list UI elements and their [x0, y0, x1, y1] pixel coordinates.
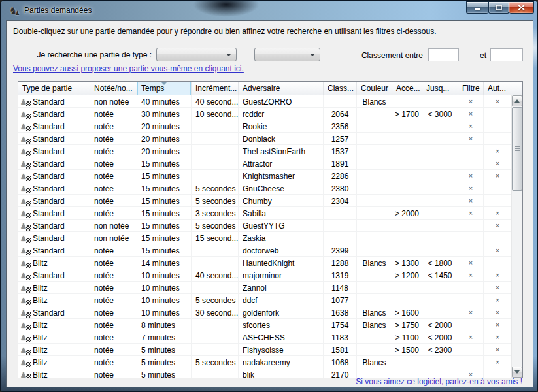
scroll-up-button[interactable]: [512, 95, 522, 106]
table-row[interactable]: ♟Standardnotée10 minutes40 second...majo…: [18, 269, 511, 282]
cell-1: notée: [90, 319, 137, 331]
game-type-label: Je recherche une partie de type :: [25, 50, 152, 59]
column-header-type-de-partie[interactable]: Type de partie: [18, 82, 90, 95]
cell-9: ×: [458, 120, 484, 132]
cell-7: > 1200: [392, 269, 422, 281]
cell-7: [392, 368, 422, 378]
cell-7: > 1500: [392, 344, 422, 355]
minimize-button[interactable]: [466, 1, 488, 14]
cell-4: TheLastSionEarth: [239, 145, 324, 157]
cell-0: ♟Standard: [18, 220, 90, 231]
cell-1: notée: [90, 145, 137, 157]
cell-4: Chumby: [239, 195, 324, 206]
column-header-jusq[interactable]: Jusq...: [422, 82, 458, 95]
cell-10: ×: [484, 269, 511, 281]
table-row[interactable]: ♟Blitznotée10 minutes5 secondesddcf1077×: [18, 294, 511, 306]
table-row[interactable]: ♟Standardnotée20 minutesTheLastSionEarth…: [18, 145, 511, 157]
table-row[interactable]: ♟Standardnotée15 minutes3 secondesSabill…: [18, 207, 511, 220]
table-row[interactable]: ♟Standardnotée10 minutes30 second...gold…: [18, 306, 511, 319]
column-header-couleur[interactable]: Couleur: [357, 82, 392, 95]
table-row[interactable]: ♟Standardnotée20 minutesRookie2356×: [18, 120, 511, 133]
chess-pawn-checkerboard-icon: ♟: [20, 271, 31, 280]
propose-game-link[interactable]: Vous pouvez aussi proposer une partie vo…: [13, 64, 244, 73]
table-row[interactable]: ♟Standardnon notée15 minutes15 second...…: [18, 232, 511, 244]
cell-1: notée: [90, 120, 137, 132]
table-row[interactable]: ♟Blitznotée5 minutesblik2170×: [18, 368, 511, 378]
column-header-aut[interactable]: Aut...: [484, 82, 511, 95]
cell-5: 2304: [324, 195, 357, 206]
cell-7: > 1750: [392, 319, 422, 331]
table-row[interactable]: ♟Standardnotée15 minutes5 secondesGnuChe…: [18, 182, 511, 195]
cell-3: [192, 319, 239, 331]
chess-pawn-checkerboard-icon: ♟: [20, 110, 31, 119]
cell-5: 1257: [324, 133, 357, 144]
cell-5: 2064: [324, 108, 357, 120]
table-row[interactable]: ♟Blitznotée10 minutesZannol1148×: [18, 282, 511, 294]
chess-pawn-checkerboard-icon: ♟: [20, 370, 31, 378]
table-header: Type de partieNotée/no...TempsIncrément.…: [18, 82, 522, 95]
dialog-client-area: Double-cliquez sur une partie demandée p…: [6, 20, 533, 387]
cell-2: 10 minutes: [137, 306, 192, 318]
table-row[interactable]: ♟Standardnotée20 minutesDonblack1257×: [18, 133, 511, 145]
rating-max-input[interactable]: [490, 48, 523, 61]
cell-10: ×: [484, 356, 511, 368]
scrollbar-thumb[interactable]: [512, 107, 522, 191]
column-header-class[interactable]: Class...: [324, 82, 357, 95]
scroll-down-button[interactable]: [512, 367, 522, 378]
column-header-not-e-no[interactable]: Notée/no...: [90, 82, 137, 95]
table-row[interactable]: ♟Blitznotée5 minutes5 secondesnadakareem…: [18, 356, 511, 368]
cell-1: notée: [90, 368, 137, 378]
table-row[interactable]: ♟Standardnotée15 minutesKnightsmasher228…: [18, 170, 511, 182]
column-header-incr-ment[interactable]: Incrément...: [192, 82, 239, 95]
cell-8: < 1800: [422, 257, 458, 269]
table-row[interactable]: ♟Standardnotée15 minutesdoctorweb2399×: [18, 244, 511, 257]
cell-4: Fishysoisse: [239, 344, 324, 355]
table-row[interactable]: ♟Blitznotée7 minutesASFCHESS1183> 1100< …: [18, 331, 511, 344]
cell-7: [392, 95, 422, 107]
cell-2: 15 minutes: [137, 220, 192, 231]
table-row[interactable]: ♟Blitznotée14 minutesHauntedKnight1288Bl…: [18, 257, 511, 269]
cell-0: ♟Blitz: [18, 294, 90, 306]
cell-9: [458, 145, 484, 157]
column-header-temps[interactable]: Temps: [137, 82, 192, 95]
cell-3: [192, 157, 239, 169]
cell-2: 15 minutes: [137, 170, 192, 182]
cell-1: notée: [90, 269, 137, 281]
table-row[interactable]: ♟Standardnotée30 minutes10 second...rcdd…: [18, 108, 511, 120]
table-row[interactable]: ♟Blitznotée8 minutessfcortes1754Blancs> …: [18, 319, 511, 331]
cell-4: Sabilla: [239, 207, 324, 219]
column-header-adversaire[interactable]: Adversaire: [239, 82, 324, 95]
maximize-button[interactable]: [488, 1, 509, 14]
tell-friends-link[interactable]: Si vous aimez ce logiciel, parlez-en à v…: [356, 377, 522, 386]
column-header-acce[interactable]: Acce...: [392, 82, 422, 95]
cell-1: non notée: [90, 232, 137, 244]
table-row[interactable]: ♟Standardnotée15 minutes5 secondesChumby…: [18, 195, 511, 207]
cell-8: [422, 356, 458, 368]
cell-0: ♟Blitz: [18, 344, 90, 355]
cell-4: nadakareemy: [239, 356, 324, 368]
secondary-filter-select[interactable]: [254, 48, 320, 61]
cell-6: Blancs: [357, 319, 392, 331]
cell-5: 1581: [324, 344, 357, 355]
close-button[interactable]: [509, 1, 534, 14]
cell-3: [192, 120, 239, 132]
rating-min-input[interactable]: [428, 48, 459, 61]
table-row[interactable]: ♟Blitznotée5 minutesFishysoisse1581> 150…: [18, 344, 511, 356]
cell-6: [357, 220, 392, 231]
cell-4: blik: [239, 368, 324, 378]
cell-2: 15 minutes: [137, 207, 192, 219]
vertical-scrollbar[interactable]: [511, 95, 522, 378]
cell-2: 15 minutes: [137, 157, 192, 169]
column-header-filtre[interactable]: Filtre: [458, 82, 484, 95]
table-row[interactable]: ♟Standardnon notée40 minutes40 second...…: [18, 95, 511, 108]
cell-5: 2380: [324, 182, 357, 194]
dialog-window: ♞♟ Parties demandées Double-cliquez sur …: [0, 0, 538, 392]
cell-2: 20 minutes: [137, 145, 192, 157]
cell-1: notée: [90, 207, 137, 219]
cell-9: ×: [458, 170, 484, 182]
table-row[interactable]: ♟Standardnon notée15 minutes5 secondesGu…: [18, 220, 511, 232]
cell-1: notée: [90, 344, 137, 355]
cell-8: < 3000: [422, 108, 458, 120]
table-row[interactable]: ♟Standardnotée15 minutesAttractor1891×: [18, 157, 511, 170]
game-type-select[interactable]: [156, 48, 237, 61]
